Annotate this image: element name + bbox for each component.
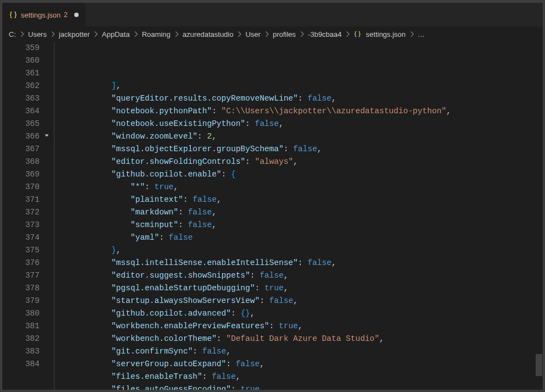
breadcrumb-ellipsis[interactable]: … <box>418 30 425 38</box>
chevron-right-icon <box>298 30 306 38</box>
line-number: 361 <box>2 67 40 80</box>
code-line[interactable]: "serverGroup.autoExpand": false, <box>54 358 535 371</box>
line-number: 379 <box>2 295 40 307</box>
breadcrumb-segment[interactable]: Users <box>28 30 47 38</box>
line-number: 378 <box>2 282 40 295</box>
fold-chevron-down-icon[interactable] <box>43 131 51 144</box>
code-content[interactable]: ], "queryEditor.results.copyRemoveNewLin… <box>54 42 535 390</box>
line-number: 382 <box>2 333 40 345</box>
breadcrumb-segment[interactable]: AppData <box>102 30 130 38</box>
line-number: 381 <box>2 320 40 333</box>
code-line[interactable]: "workbench.colorTheme": "Default Dark Az… <box>54 333 535 345</box>
line-number: 360 <box>2 54 40 67</box>
code-line[interactable]: "mssql.objectExplorer.groupBySchema": fa… <box>54 143 535 156</box>
chevron-right-icon <box>408 30 416 38</box>
code-line[interactable]: "pgsql.enableStartupDebugging": true, <box>54 282 535 295</box>
line-number: 362 <box>2 80 40 92</box>
line-number: 376 <box>2 257 40 269</box>
breadcrumb-segment[interactable]: User <box>245 30 260 38</box>
code-editor[interactable]: 3593603613623633643653663673683693703713… <box>2 42 543 390</box>
code-line[interactable]: "yaml": false <box>54 231 535 244</box>
code-line[interactable]: "queryEditor.results.copyRemoveNewLine":… <box>54 92 535 105</box>
line-number: 366 <box>2 130 40 143</box>
chevron-right-icon <box>344 30 351 38</box>
chevron-right-icon <box>173 30 180 38</box>
code-line[interactable]: "plaintext": false, <box>54 194 535 206</box>
chevron-right-icon <box>263 30 271 38</box>
line-number: 372 <box>2 206 40 219</box>
tab-badge: 2 <box>64 11 68 19</box>
code-line[interactable]: "startup.alwaysShowServersView": false, <box>54 295 535 307</box>
chevron-right-icon <box>235 30 243 38</box>
code-line[interactable]: "notebook.pythonPath": "C:\\Users\\jackp… <box>54 105 535 118</box>
tab-settings-json[interactable]: settings.json 2 <box>2 3 86 26</box>
breadcrumb-segment[interactable]: azuredatastudio <box>183 30 234 38</box>
breadcrumb-file[interactable]: settings.json <box>366 30 405 38</box>
line-number: 373 <box>2 219 40 231</box>
line-number: 380 <box>2 307 40 320</box>
chevron-right-icon <box>92 30 100 38</box>
line-number: 368 <box>2 156 40 168</box>
line-number: 370 <box>2 181 40 194</box>
breadcrumb-segment[interactable]: Roaming <box>142 30 170 38</box>
line-number: 365 <box>2 118 40 130</box>
chevron-right-icon <box>49 30 57 38</box>
line-number: 374 <box>2 231 40 244</box>
line-number: 363 <box>2 92 40 105</box>
code-line[interactable]: "scminput": false, <box>54 219 535 231</box>
code-line[interactable]: "git.confirmSync": false, <box>54 345 535 358</box>
code-line[interactable]: "window.zoomLevel": 2, <box>54 130 535 143</box>
breadcrumb-segment[interactable]: profiles <box>273 30 296 38</box>
line-number: 371 <box>2 194 40 206</box>
code-line[interactable]: "files.enableTrash": false, <box>54 371 535 383</box>
code-line[interactable]: "editor.showFoldingControls": "always", <box>54 156 535 168</box>
line-number: 384 <box>2 358 40 371</box>
code-line[interactable]: "files.autoGuessEncoding": true <box>54 383 535 390</box>
line-number: 375 <box>2 244 40 257</box>
line-number: 359 <box>2 42 40 54</box>
code-line[interactable]: "*": true, <box>54 181 535 194</box>
vertical-scrollbar-thumb[interactable] <box>536 354 542 376</box>
line-number: 383 <box>2 345 40 358</box>
tab-bar: settings.json 2 <box>2 2 543 26</box>
breadcrumb-segment[interactable]: C: <box>9 30 16 38</box>
line-number: 369 <box>2 168 40 181</box>
tab-label: settings.json <box>21 11 60 19</box>
code-line[interactable]: }, <box>54 244 535 257</box>
code-line[interactable]: "notebook.useExistingPython": false, <box>54 118 535 130</box>
breadcrumb-segment[interactable]: -3b9cbaa4 <box>308 30 342 38</box>
code-line[interactable]: ], <box>54 80 535 92</box>
vertical-scrollbar[interactable] <box>535 42 543 390</box>
line-number-gutter: 3593603613623633643653663673683693703713… <box>2 42 54 390</box>
chevron-right-icon <box>18 30 26 38</box>
line-number: 364 <box>2 105 40 118</box>
line-number: 367 <box>2 143 40 156</box>
breadcrumb[interactable]: C:UsersjackpotterAppDataRoamingazuredata… <box>2 26 543 42</box>
json-file-icon <box>9 10 18 19</box>
editor-window: settings.json 2 C:UsersjackpotterAppData… <box>2 2 543 390</box>
code-line[interactable]: "github.copilot.advanced": {}, <box>54 307 535 320</box>
code-line[interactable]: "markdown": false, <box>54 206 535 219</box>
unsaved-indicator-icon[interactable] <box>74 13 79 17</box>
code-line[interactable]: "github.copilot.enable": { <box>54 168 535 181</box>
json-file-icon <box>354 30 361 38</box>
breadcrumb-segment[interactable]: jackpotter <box>59 30 90 38</box>
code-line[interactable]: "mssql.intelliSense.enableIntelliSense":… <box>54 257 535 269</box>
code-line[interactable]: "workbench.enablePreviewFeatures": true, <box>54 320 535 333</box>
chevron-right-icon <box>132 30 140 38</box>
code-line[interactable]: "editor.suggest.showSnippets": false, <box>54 269 535 282</box>
line-number: 377 <box>2 269 40 282</box>
